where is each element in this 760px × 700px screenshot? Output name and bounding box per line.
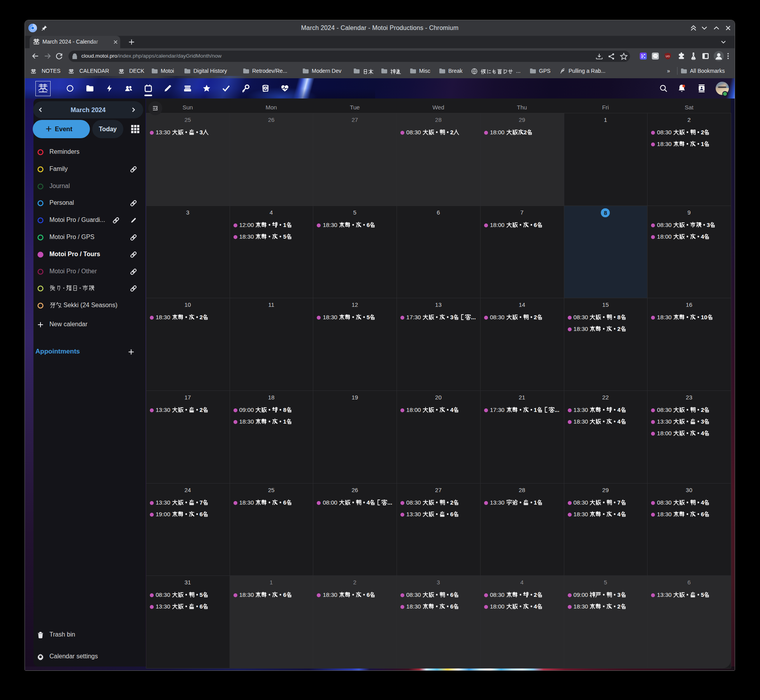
svg-text:UO: UO	[666, 55, 670, 58]
svg-text:LINE: LINE	[653, 55, 657, 57]
